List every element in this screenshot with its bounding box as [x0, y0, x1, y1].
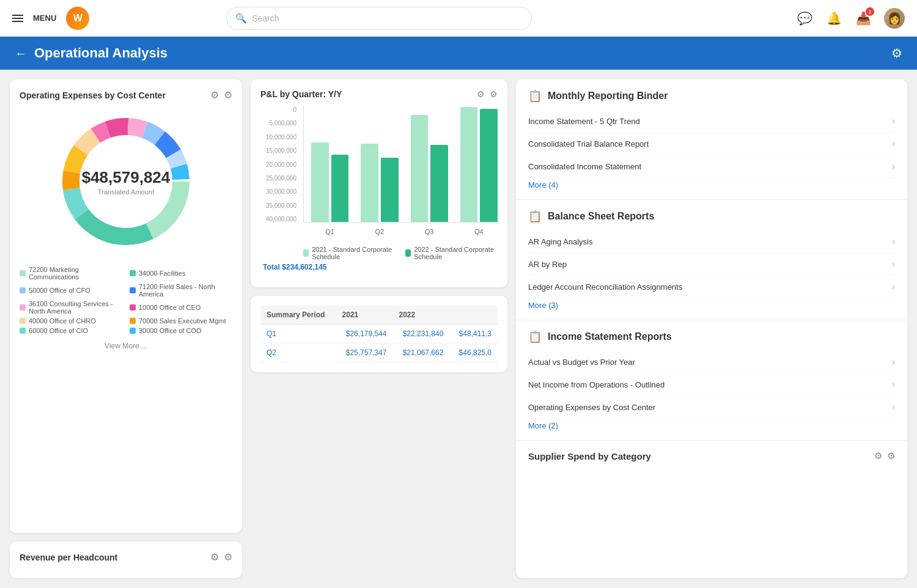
- donut-wrapper: $48,579,824 Translated Amount 72200 Mark…: [20, 108, 232, 350]
- mid-column: P&L by Quarter: Y/Y ⚙ ⚙ 40,000,000 35,00…: [251, 79, 507, 578]
- donut-card-icons: ⚙ ⚙: [210, 89, 232, 101]
- report-item-trial-balance[interactable]: Consolidated Trial Balance Report ›: [528, 133, 895, 155]
- bar-q2-2021: [361, 144, 378, 222]
- legend-item-6: 40000 Office of CHRO: [20, 317, 122, 325]
- income-statement-section: 📋 Income Statement Reports Actual vs Bud…: [516, 320, 907, 441]
- income-statement-title: 📋 Income Statement Reports: [528, 330, 895, 344]
- view-more-link[interactable]: View More ...: [105, 342, 147, 350]
- report-item-income-trend[interactable]: Income Statement - 5 Qtr Trend ›: [528, 110, 895, 133]
- filter-icon[interactable]: ⚙: [210, 551, 219, 563]
- search-placeholder: Search: [252, 13, 279, 23]
- supplier-title: Supplier Spend by Category: [528, 451, 651, 461]
- revenue-card: Revenue per Headcount ⚙ ⚙: [10, 542, 242, 578]
- legend-item-4: 36100 Consulting Services - North Americ…: [20, 300, 122, 315]
- col-2022: 2022: [392, 306, 449, 325]
- chart-total: Total $234,602,145: [263, 263, 498, 271]
- avatar[interactable]: 👩: [884, 8, 905, 29]
- search-bar[interactable]: 🔍 Search: [226, 7, 532, 30]
- bar-group-q4: Q4: [460, 107, 498, 222]
- bell-icon[interactable]: 🔔: [825, 10, 842, 27]
- q2-2021: $25,757,347: [336, 344, 393, 362]
- monthly-more-link[interactable]: More (4): [528, 180, 895, 189]
- bar-q2-2022: [381, 158, 399, 222]
- chevron-right-icon: ›: [892, 356, 895, 367]
- donut-center: $48,579,824 Translated Amount: [82, 168, 171, 196]
- workday-logo: W: [66, 7, 89, 30]
- bar-chart-title: P&L by Quarter: Y/Y: [260, 89, 342, 99]
- bar-q4-2021: [460, 107, 478, 222]
- bar-chart-area: 40,000,000 35,000,000 30,000,000 25,000,…: [260, 106, 498, 241]
- balance-sheet-title: 📋 Balance Sheet Reports: [528, 210, 895, 223]
- chevron-right-icon: ›: [892, 116, 895, 127]
- inbox-icon[interactable]: 📥 1: [855, 10, 872, 27]
- donut-card: Operating Expenses by Cost Center ⚙ ⚙: [10, 79, 242, 533]
- revenue-card-icons: ⚙ ⚙: [210, 551, 232, 563]
- report-item-income-statement[interactable]: Consolidated Income Statement ›: [528, 155, 895, 178]
- bar-group-q1: Q1: [311, 142, 348, 222]
- total-value: $234,602,145: [282, 263, 326, 271]
- bar-q2-label: Q2: [375, 228, 385, 235]
- back-button[interactable]: ←: [15, 46, 27, 61]
- supplier-filter-icon[interactable]: ⚙: [874, 450, 882, 461]
- income-more-link[interactable]: More (2): [528, 421, 895, 430]
- legend-item-9: 30000 Office of COO: [130, 327, 232, 334]
- report-item-actual-budget[interactable]: Actual vs Budget vs Prior Year ›: [528, 351, 895, 373]
- y-axis: 40,000,000 35,000,000 30,000,000 25,000,…: [260, 106, 300, 222]
- col-empty: [449, 306, 498, 325]
- report-item-ar-rep[interactable]: AR by Rep ›: [528, 253, 895, 276]
- settings-icon[interactable]: ⚙: [224, 551, 232, 563]
- balance-more-link[interactable]: More (3): [528, 301, 895, 310]
- bar-q3-2021: [411, 115, 429, 222]
- hamburger-icon[interactable]: [12, 15, 23, 22]
- top-nav: MENU W 🔍 Search 💬 🔔 📥 1 👩: [0, 0, 917, 37]
- bar-chart-icons: ⚙ ⚙: [477, 89, 498, 99]
- legend-item-7: 70000 Sales Executive Mgmt: [130, 317, 232, 325]
- report-item-ar-aging[interactable]: AR Aging Analysis ›: [528, 230, 895, 253]
- settings-icon[interactable]: ⚙: [891, 46, 902, 61]
- legend-2022: 2022 - Standard Corporate Schedule: [405, 246, 498, 260]
- chevron-right-icon: ›: [892, 402, 895, 413]
- report-item-opex-cost-center[interactable]: Operating Expenses by Cost Center ›: [528, 396, 895, 419]
- donut-amount: $48,579,824: [82, 168, 171, 187]
- supplier-settings-icon[interactable]: ⚙: [887, 450, 895, 461]
- menu-label[interactable]: MENU: [33, 13, 56, 23]
- left-column: Operating Expenses by Cost Center ⚙ ⚙: [10, 79, 242, 578]
- legend-item-2: 50000 Office of CFO: [20, 283, 122, 298]
- revenue-card-title: Revenue per Headcount: [20, 553, 117, 562]
- monthly-reporting-section: 📋 Monthly Reporting Binder Income Statem…: [516, 79, 907, 200]
- donut-card-title: Operating Expenses by Cost Center: [20, 90, 166, 100]
- legend-item-0: 72200 Marketing Communications: [20, 266, 122, 281]
- chart-legend: 2021 - Standard Corporate Schedule 2022 …: [303, 246, 498, 260]
- header-bar: ← Operational Analysis ⚙: [0, 37, 917, 70]
- inbox-badge: 1: [866, 7, 874, 16]
- settings-icon[interactable]: ⚙: [224, 89, 232, 101]
- report-item-net-income[interactable]: Net Income from Operations - Outlined ›: [528, 373, 895, 396]
- bar-q3-2022: [430, 145, 448, 222]
- balance-icon: 📋: [528, 210, 542, 223]
- income-icon: 📋: [528, 330, 542, 344]
- chevron-right-icon: ›: [892, 236, 895, 247]
- bar-q1-2022: [331, 155, 349, 222]
- legend-2021: 2021 - Standard Corporate Schedule: [303, 246, 396, 260]
- filter-icon[interactable]: ⚙: [477, 89, 485, 99]
- period-q2[interactable]: Q2: [260, 344, 336, 362]
- bar-q4-2022: [480, 109, 498, 222]
- filter-icon[interactable]: ⚙: [210, 89, 219, 101]
- summary-table: Summary Period 2021 2022 Q1 $26,179,544 …: [260, 306, 498, 362]
- bar-q3-label: Q3: [425, 228, 434, 235]
- right-column: 📋 Monthly Reporting Binder Income Statem…: [516, 79, 907, 578]
- chevron-right-icon: ›: [892, 138, 895, 149]
- donut-svg: $48,579,824 Translated Amount: [53, 108, 199, 255]
- main-content: Operating Expenses by Cost Center ⚙ ⚙: [0, 70, 917, 588]
- q1-2021: $26,179,544: [336, 325, 393, 344]
- table-row-q2: Q2 $25,757,347 $21,067,662 $46,825,0: [260, 344, 498, 362]
- settings-icon2[interactable]: ⚙: [490, 89, 498, 99]
- period-q1[interactable]: Q1: [260, 325, 336, 344]
- col-period: Summary Period: [260, 306, 336, 325]
- monthly-reporting-title: 📋 Monthly Reporting Binder: [528, 89, 895, 103]
- legend-grid: 72200 Marketing Communications 34000 Fac…: [20, 266, 232, 334]
- chat-icon[interactable]: 💬: [796, 10, 813, 27]
- summary-table-card: Summary Period 2021 2022 Q1 $26,179,544 …: [251, 296, 507, 372]
- report-item-ledger-reconciliation[interactable]: Ledger Account Reconciliation Assignment…: [528, 276, 895, 298]
- legend-item-5: 10000 Office of CEO: [130, 300, 232, 315]
